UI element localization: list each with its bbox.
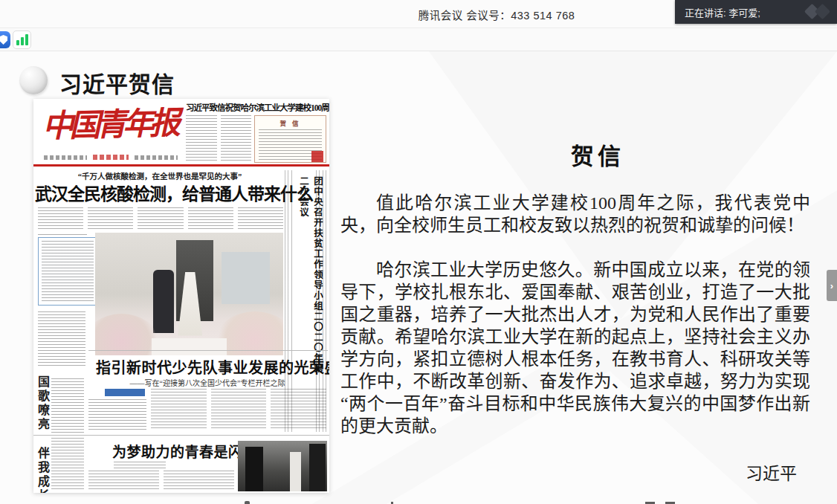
newspaper-blue-box (38, 237, 97, 306)
newspaper-column-tag (105, 389, 145, 396)
newspaper-red-seal (311, 151, 323, 162)
street-photo (238, 441, 327, 491)
chevron-right-icon: › (830, 280, 833, 291)
newspaper-text-columns (51, 378, 84, 490)
letter-body: 贺信 值此哈尔滨工业大学建校100周年之际，我代表党中央，向全校师生员工和校友致… (340, 138, 810, 504)
section-divider (33, 435, 329, 436)
newspaper-vertical-headline-right: 团中央召开扶贫工作领导小组二〇二〇年第二次会议 (297, 176, 325, 377)
security-shield-icon[interactable] (0, 31, 10, 48)
bullet-sphere-icon (19, 66, 48, 94)
speaking-label: 正在讲话: 李可爱; (685, 5, 760, 19)
photo-figure (309, 444, 326, 491)
slide-title: 习近平贺信 (59, 66, 175, 99)
photo-figure (245, 447, 263, 491)
next-panel-tab[interactable]: › (827, 270, 837, 301)
letter-paragraph-2: 哈尔滨工业大学历史悠久。新中国成立以来，在党的领导下，学校扎根东北、爱国奉献、艰… (340, 259, 810, 437)
shield-glyph-icon (0, 35, 7, 45)
newspaper-text-columns (88, 399, 146, 432)
section-divider (88, 350, 328, 351)
photo-backdrop-board (222, 252, 271, 303)
newspaper-main-headline: 武汉全民核酸检测，给普通人带来什么 (35, 180, 286, 205)
newspaper-image: 中国青年报 习近平致信祝贺哈尔滨工业大学建校100周年 贺 信 “千万人做核酸检… (33, 99, 329, 493)
meeting-logo-icon (815, 4, 830, 19)
letter-paragraph-1: 值此哈尔滨工业大学建校100周年之际，我代表党中央，向全校师生员工和校友致以热烈… (340, 192, 810, 236)
photo-figure (290, 452, 302, 491)
meeting-window: 腾讯会议 会议号：433 514 768 正在讲话: 李可爱; 习近平贺信 中国… (0, 0, 837, 504)
newspaper-text-columns (38, 311, 85, 368)
newspaper-masthead-info (44, 152, 178, 161)
newspaper-text-columns (38, 207, 283, 230)
newspaper-saluting-subhead: ——写在“迎接第八次全国少代会”专栏开栏之际 (111, 377, 304, 388)
photo-groom-figure (153, 270, 174, 334)
wedding-photo (95, 233, 283, 355)
signal-bars-icon (16, 33, 28, 45)
newspaper-top-headline: 习近平致信祝贺哈尔滨工业大学建校100周年 (186, 101, 329, 113)
network-quality-button[interactable] (13, 30, 31, 49)
newspaper-text-columns (88, 471, 234, 491)
letter-signature: 习近平 (340, 459, 810, 485)
blue-box-text (42, 241, 94, 302)
newspaper-byline (114, 462, 166, 469)
photo-table (152, 338, 227, 355)
newspaper-text-columns (186, 115, 251, 161)
tool-strip (0, 28, 837, 51)
photo-flowers (95, 314, 159, 355)
speaking-indicator: 正在讲话: 李可爱; (675, 0, 837, 24)
letter-title: 贺信 (385, 138, 810, 171)
partial-toolbar-icon[interactable] (245, 501, 250, 504)
shared-screen-stage: 习近平贺信 中国青年报 习近平致信祝贺哈尔滨工业大学建校100周年 贺 信 “千… (0, 51, 837, 504)
boxed-letter-title: 贺 信 (259, 118, 322, 127)
newspaper-text-columns (151, 389, 326, 430)
newspaper-vertical-headline-left: 国歌嘹亮 伴我成长 (33, 375, 51, 493)
newspaper-saluting-headline: 指引新时代少先队事业发展的光荣盛会 (96, 356, 319, 378)
masthead-red-rule (33, 164, 329, 167)
newspaper-masthead: 中国青年报 (42, 99, 175, 151)
